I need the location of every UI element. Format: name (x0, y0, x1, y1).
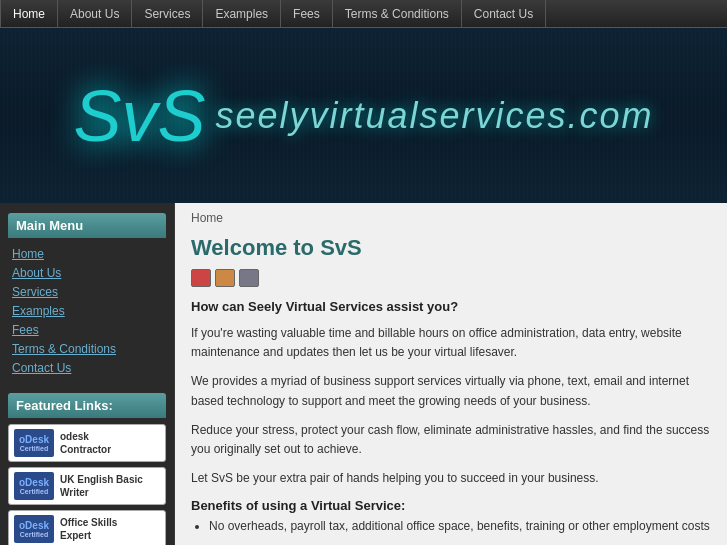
nav-item-examples[interactable]: Examples (203, 0, 281, 27)
sidebar-menu: HomeAbout UsServicesExamplesFeesTerms & … (8, 244, 166, 377)
benefits-heading: Benefits of using a Virtual Service: (191, 498, 711, 513)
site-header: SvS seelyvirtualservices.com (0, 28, 727, 203)
benefit-item-1: No overheads, payroll tax, additional of… (209, 519, 711, 533)
odesk-badge-text-1: odeskContractor (60, 430, 111, 456)
site-name: seelyvirtualservices.com (215, 95, 653, 137)
odesk-badge-uk-english[interactable]: oDesk Certified UK English BasicWriter (8, 467, 166, 505)
paragraph-1: If you're wasting valuable time and bill… (191, 324, 711, 362)
nav-item-terms-and-conditions[interactable]: Terms & Conditions (333, 0, 462, 27)
page-title: Welcome to SvS (191, 235, 711, 261)
odesk-logo-3: oDesk Certified (14, 515, 54, 543)
sidebar: Main Menu HomeAbout UsServicesExamplesFe… (0, 203, 175, 545)
how-heading: How can Seely Virtual Services assist yo… (191, 299, 711, 314)
sidebar-item-terms-and-conditions[interactable]: Terms & Conditions (8, 339, 166, 358)
sidebar-item-services[interactable]: Services (8, 282, 166, 301)
sidebar-item-home[interactable]: Home (8, 244, 166, 263)
benefits-list: No overheads, payroll tax, additional of… (191, 519, 711, 533)
top-navigation: HomeAbout UsServicesExamplesFeesTerms & … (0, 0, 727, 28)
odesk-logo-1: oDesk Certified (14, 429, 54, 457)
content-icons (191, 269, 711, 287)
nav-item-about-us[interactable]: About Us (58, 0, 132, 27)
odesk-badge-text-2: UK English BasicWriter (60, 473, 143, 499)
print-icon[interactable] (215, 269, 235, 287)
pdf-icon[interactable] (191, 269, 211, 287)
odesk-badge-office-skills[interactable]: oDesk Certified Office SkillsExpert (8, 510, 166, 545)
main-wrapper: Main Menu HomeAbout UsServicesExamplesFe… (0, 203, 727, 545)
odesk-badge-contractor[interactable]: oDesk Certified odeskContractor (8, 424, 166, 462)
nav-item-contact-us[interactable]: Contact Us (462, 0, 546, 27)
sidebar-item-examples[interactable]: Examples (8, 301, 166, 320)
breadcrumb: Home (191, 211, 711, 225)
sidebar-item-about-us[interactable]: About Us (8, 263, 166, 282)
paragraph-4: Let SvS be your extra pair of hands help… (191, 469, 711, 488)
sidebar-item-contact-us[interactable]: Contact Us (8, 358, 166, 377)
logo-svs: SvS (73, 75, 205, 157)
main-content: Home Welcome to SvS How can Seely Virtua… (175, 203, 727, 545)
odesk-badge-text-3: Office SkillsExpert (60, 516, 117, 542)
sidebar-item-fees[interactable]: Fees (8, 320, 166, 339)
paragraph-2: We provides a myriad of business support… (191, 372, 711, 410)
main-menu-title: Main Menu (8, 213, 166, 238)
odesk-logo-2: oDesk Certified (14, 472, 54, 500)
nav-item-services[interactable]: Services (132, 0, 203, 27)
email-icon[interactable] (239, 269, 259, 287)
paragraph-3: Reduce your stress, protect your cash fl… (191, 421, 711, 459)
featured-links-title: Featured Links: (8, 393, 166, 418)
nav-item-home[interactable]: Home (0, 0, 58, 27)
nav-item-fees[interactable]: Fees (281, 0, 333, 27)
